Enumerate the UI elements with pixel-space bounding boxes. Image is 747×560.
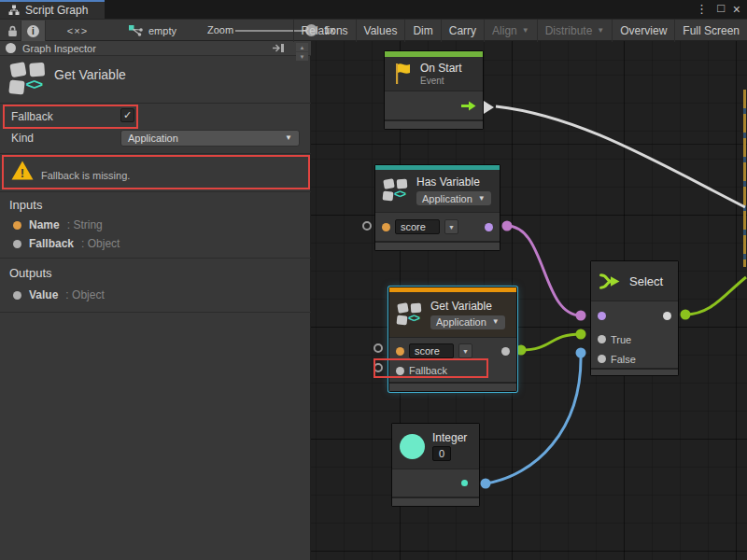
window-maximize-icon[interactable]: □ — [717, 1, 725, 16]
divider — [0, 191, 311, 192]
node-header: Select — [591, 261, 678, 301]
false-port-label: False — [611, 354, 636, 365]
window-close-icon[interactable]: × — [733, 2, 740, 17]
chevron-down-icon: ▼ — [597, 27, 604, 35]
distribute-button: Distribute▼ — [537, 20, 613, 42]
inspector-toggle-button[interactable]: i — [21, 21, 46, 41]
relations-button[interactable]: Relations — [293, 20, 356, 42]
offscreen-node-edge — [743, 90, 746, 267]
value-output-port[interactable] — [501, 347, 510, 356]
inputs-section-title: Inputs — [9, 198, 42, 212]
node-has-variable[interactable]: <> Has Variable Application▼ score ▼ — [375, 165, 500, 250]
node-header: On Start Event — [385, 57, 483, 91]
chevron-down-icon: ▼ — [522, 27, 529, 35]
selection-output-port[interactable] — [663, 312, 671, 320]
port-dot — [13, 240, 21, 248]
integer-value-field[interactable]: 0 — [432, 446, 451, 461]
variable-kind-dropdown[interactable]: Application▼ — [430, 315, 505, 329]
node-footer — [392, 497, 479, 506]
port-dot — [13, 291, 21, 300]
flow-output-port[interactable] — [461, 101, 476, 111]
node-header: Integer 0 — [392, 424, 479, 469]
scroll-down-icon[interactable]: ▼ — [296, 52, 308, 61]
lock-button[interactable] — [4, 21, 21, 41]
unconnected-port-ring[interactable] — [362, 221, 372, 231]
divider — [0, 258, 311, 259]
align-button: Align▼ — [484, 20, 537, 42]
tab-title: Script Graph — [25, 4, 88, 17]
node-select[interactable]: Select True False — [591, 261, 678, 375]
false-input-port[interactable] — [598, 355, 606, 363]
kind-dropdown[interactable]: Application ▼ — [120, 130, 300, 147]
node-header: <> Has Variable Application▼ — [375, 170, 500, 212]
fullscreen-button[interactable]: Full Screen — [674, 20, 747, 42]
graph-inspector-panel: i Graph Inspector ▲ ▼ <> Get Variable Fa… — [0, 41, 311, 560]
node-integer[interactable]: Integer 0 — [392, 424, 479, 506]
integer-icon — [400, 434, 425, 459]
script-graph-tab[interactable]: Script Graph — [0, 0, 105, 19]
inspector-header[interactable]: i Graph Inspector — [0, 41, 311, 56]
chevron-down-icon: ▼ — [285, 134, 292, 142]
value-output-port[interactable] — [461, 480, 468, 486]
node-title: Integer — [432, 431, 467, 444]
node-title: Select — [629, 274, 663, 288]
variable-name-dropdown-button[interactable]: ▼ — [444, 219, 458, 234]
name-input-port[interactable] — [382, 223, 390, 231]
check-icon: ✓ — [123, 109, 132, 120]
variable-icon: <> — [9, 62, 48, 98]
flag-icon — [392, 62, 413, 86]
divider — [0, 153, 311, 154]
graph-reference-button[interactable]: empty — [129, 22, 176, 39]
divider — [0, 103, 311, 104]
divider — [0, 312, 311, 313]
node-on-start[interactable]: On Start Event — [385, 51, 483, 129]
info-icon: i — [6, 43, 16, 53]
port-dot — [13, 221, 21, 230]
dock-icon[interactable] — [272, 43, 285, 53]
node-title: Has Variable — [416, 175, 491, 189]
variable-kind-dropdown[interactable]: Application▼ — [416, 191, 491, 205]
variable-name-field[interactable]: score — [409, 343, 454, 358]
window-menu-icon[interactable]: ⋮ — [696, 2, 708, 17]
variable-icon: <> — [397, 302, 423, 328]
inspector-scrollbar[interactable]: ▲ ▼ — [296, 43, 308, 61]
values-code-button[interactable]: <×> — [58, 21, 97, 41]
result-output-port[interactable] — [485, 223, 493, 231]
warning-icon: ! — [11, 161, 34, 180]
node-subtitle: Event — [420, 76, 462, 86]
values-button[interactable]: Values — [356, 20, 405, 42]
overview-button[interactable]: Overview — [612, 20, 674, 42]
svg-text:!: ! — [21, 166, 24, 180]
carry-button[interactable]: Carry — [441, 20, 484, 42]
node-footer — [591, 368, 678, 375]
fallback-checkbox[interactable]: ✓ — [120, 108, 134, 122]
fallback-port-highlight — [374, 358, 488, 378]
chevron-down-icon: ▼ — [492, 318, 500, 326]
chevron-down-icon: ▼ — [478, 195, 486, 203]
unconnected-port-ring[interactable] — [374, 343, 383, 353]
inspector-unit-title: Get Variable — [54, 67, 126, 82]
graph-reference-icon — [129, 25, 143, 37]
graph-tab-icon — [8, 5, 20, 16]
lock-icon — [7, 25, 18, 37]
node-title: On Start — [420, 62, 462, 75]
flow-wire-start-arrow — [484, 101, 494, 114]
variable-name-field[interactable]: score — [395, 219, 440, 234]
graph-toolbar: i <×> empty Zoom 1x Relations Values Dim… — [0, 19, 747, 41]
kind-label: Kind — [11, 132, 34, 145]
variable-name-dropdown-button[interactable]: ▼ — [458, 343, 472, 358]
scroll-up-icon[interactable]: ▲ — [296, 43, 308, 51]
dim-button[interactable]: Dim — [404, 20, 440, 42]
true-port-label: True — [611, 334, 631, 345]
graph-canvas[interactable] — [311, 41, 747, 560]
warning-text: Fallback is missing. — [41, 170, 130, 181]
fallback-label: Fallback — [11, 110, 53, 123]
condition-input-port[interactable] — [598, 312, 606, 320]
inspector-title: Graph Inspector — [22, 43, 96, 54]
input-port-row: Name : String — [13, 218, 103, 231]
true-input-port[interactable] — [598, 335, 606, 343]
node-footer — [375, 241, 500, 250]
name-input-port[interactable] — [396, 347, 404, 356]
info-icon: i — [27, 25, 39, 37]
zoom-label: Zoom — [207, 24, 233, 35]
